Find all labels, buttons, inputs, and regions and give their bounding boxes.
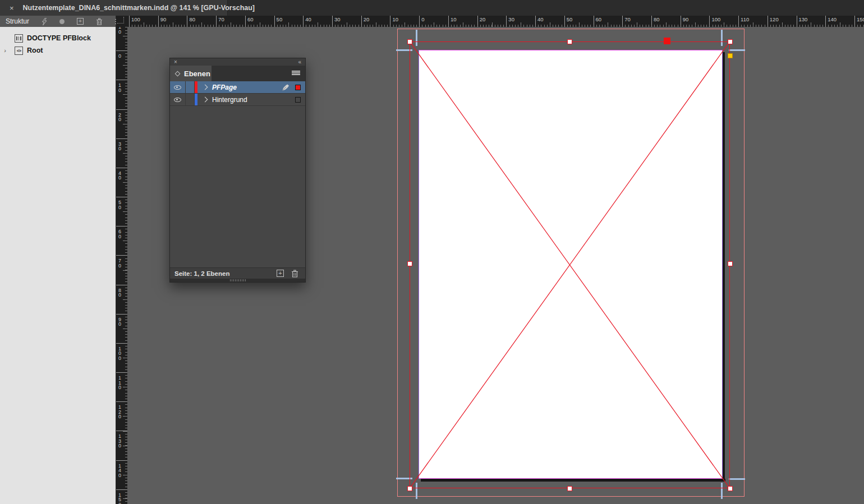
h-ruler-tick: 30 [506,16,514,27]
handle-bottom-right[interactable] [728,486,733,491]
v-ruler-tick: 1 0 0 [116,343,127,361]
tab-close-icon[interactable]: × [10,4,14,12]
v-ruler-tick: 6 0 [116,226,127,239]
h-ruler-tick: 70 [622,16,631,27]
selected-frame[interactable] [410,41,730,488]
layer-name[interactable]: PFPage [212,84,237,91]
handle-top-right[interactable] [728,39,733,44]
layers-empty-area [170,106,305,267]
v-ruler-tick: 2 0 [116,109,127,122]
layers-tab[interactable]: Ebenen [170,66,212,81]
layers-tab-label: Ebenen [184,70,210,78]
layer-color-bar [195,81,197,93]
document-tab[interactable]: × Nutzentemplate_DINA6_schnittmarken.ind… [0,0,228,16]
h-ruler-tick: 100 [709,16,720,27]
v-ruler-tick: 7 0 [116,255,127,268]
v-ruler-tick: 1 5 0 [116,489,127,504]
h-ruler-tick: 30 [332,16,341,27]
panel-resize-grip[interactable] [170,279,305,282]
layers-panel-footer: Seite: 1, 2 Ebenen + [170,267,305,279]
layer-name[interactable]: Hintergrund [212,96,247,104]
handle-middle-right[interactable] [728,261,733,266]
h-ruler-tick: 140 [825,16,837,27]
layer-proxy-square-filled[interactable] [295,85,301,90]
h-ruler-tick: 20 [361,16,370,27]
h-ruler-tick: 150 [854,16,864,27]
handle-top-center[interactable] [567,39,572,44]
h-ruler-tick: 40 [303,16,311,27]
eye-icon [174,85,181,90]
doctype-icon [15,34,23,43]
handle-top-left[interactable] [407,39,412,44]
structure-tree: DOCTYPE PFBlock › <> Root [0,27,116,57]
layer-proxy-square-hollow[interactable] [295,97,301,103]
panel-close-icon[interactable]: × [174,59,177,65]
v-ruler-tick: 3 0 [116,138,127,151]
v-ruler-tick: 1 1 0 [116,372,127,390]
v-ruler-tick: 4 0 [116,168,127,181]
layers-status-text: Seite: 1, 2 Ebenen [174,270,229,277]
h-ruler-tick: 50 [564,16,573,27]
pen-edit-icon [282,84,290,91]
structure-row-label: DOCTYPE PFBlock [27,34,91,42]
lightning-icon[interactable] [42,18,47,25]
h-ruler-tick: 50 [274,16,283,27]
document-tab-bar: × Nutzentemplate_DINA6_schnittmarken.ind… [0,0,864,16]
v-ruler-tick: 8 0 [116,285,127,298]
ruler-origin-box[interactable] [116,16,127,27]
visibility-toggle[interactable] [170,81,186,93]
layers-panel-menu-icon[interactable] [292,71,300,76]
live-corner-widget[interactable] [728,53,733,58]
layer-row-pfpage[interactable]: PFPage [170,81,305,94]
v-ruler-tick: 9 0 [116,314,127,327]
h-ruler-tick: 10 [390,16,398,27]
vertical-ruler[interactable]: 1 001 02 03 04 05 06 07 08 09 01 0 01 1 … [116,27,127,504]
document-title: Nutzentemplate_DINA6_schnittmarken.indd … [23,4,255,12]
delete-layer-icon[interactable] [291,270,298,278]
horizontal-ruler[interactable]: 1009080706050403020100102030405060708090… [127,16,864,27]
v-ruler-tick: 0 [116,50,127,59]
eye-icon [174,98,181,102]
h-ruler-tick: 120 [768,16,779,27]
h-ruler-tick: 60 [245,16,254,27]
red-rectangle-object[interactable] [664,38,670,44]
handle-bottom-center[interactable] [567,486,572,491]
h-ruler-tick: 80 [651,16,660,27]
v-ruler-tick: 1 2 0 [116,401,127,419]
structure-row-doctype[interactable]: DOCTYPE PFBlock [0,32,116,44]
layers-tab-strip: Ebenen [170,66,305,81]
layer-row-hintergrund[interactable]: Hintergrund [170,94,305,106]
lock-toggle[interactable] [186,81,195,93]
layer-expand-chevron-icon[interactable] [203,85,208,90]
add-element-icon[interactable]: + [77,18,84,25]
xml-tag-icon: <> [15,47,23,55]
v-ruler-tick: 1 4 0 [116,460,127,478]
layers-panel-titlebar[interactable]: × « [170,58,305,66]
layer-expand-chevron-icon[interactable] [203,97,208,103]
visibility-toggle[interactable] [170,94,186,105]
h-ruler-tick: 110 [738,16,749,27]
layer-color-bar [195,94,197,105]
panel-collapse-icon[interactable]: « [298,59,301,65]
structure-row-root[interactable]: › <> Root [0,44,116,57]
crop-mark-top-right-h [729,49,745,51]
trash-icon[interactable] [96,18,103,25]
v-ruler-tick: 1 0 [116,80,127,93]
handle-bottom-left[interactable] [407,486,412,491]
lock-toggle[interactable] [186,94,195,105]
structure-row-label: Root [27,47,43,54]
v-ruler-tick: 5 0 [116,197,127,210]
layers-list: PFPage Hintergrund [170,81,305,267]
h-ruler-tick: 10 [448,16,457,27]
record-circle-icon[interactable] [59,19,65,24]
structure-panel-title: Struktur [6,17,29,25]
h-ruler-tick: 130 [797,16,808,27]
expand-chevron-icon[interactable]: › [0,47,10,54]
layers-panel: × « Ebenen PFPage [169,58,306,283]
crop-mark-bottom-right-h [729,478,745,480]
new-layer-button[interactable]: + [277,270,284,277]
v-ruler-tick: 1 3 0 [116,431,127,448]
h-ruler-tick: 60 [594,16,602,27]
h-ruler-tick: 100 [129,16,140,27]
handle-middle-left[interactable] [407,261,412,266]
